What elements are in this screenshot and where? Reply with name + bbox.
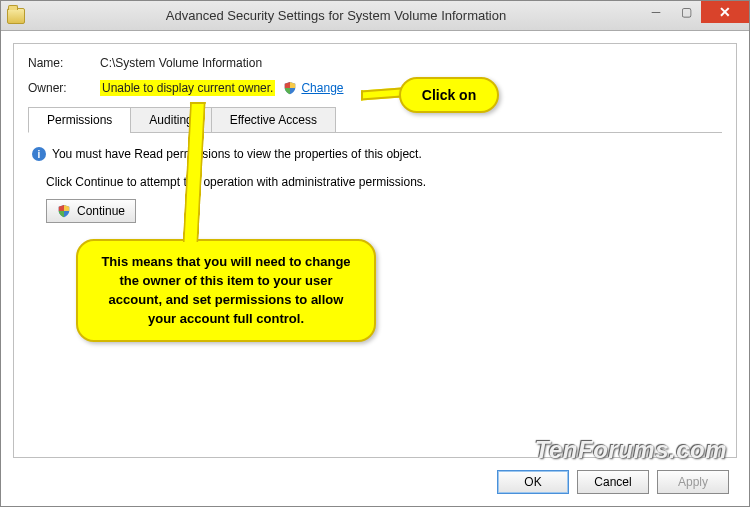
- change-owner-link[interactable]: Change: [283, 81, 343, 95]
- ok-button[interactable]: OK: [497, 470, 569, 494]
- shield-icon: [57, 204, 71, 218]
- titlebar: Advanced Security Settings for System Vo…: [1, 1, 749, 31]
- tab-permissions[interactable]: Permissions: [28, 107, 131, 133]
- change-link-text: Change: [301, 81, 343, 95]
- folder-icon: [7, 8, 25, 24]
- info-text: You must have Read permissions to view t…: [52, 147, 422, 161]
- window-controls: ─ ▢ ✕: [641, 1, 749, 23]
- cancel-button[interactable]: Cancel: [577, 470, 649, 494]
- info-icon: i: [32, 147, 46, 161]
- tabs: Permissions Auditing Effective Access: [28, 106, 722, 133]
- minimize-button[interactable]: ─: [641, 1, 671, 23]
- name-value: C:\System Volume Information: [100, 56, 262, 70]
- continue-button[interactable]: Continue: [46, 199, 136, 223]
- close-button[interactable]: ✕: [701, 1, 749, 23]
- apply-button: Apply: [657, 470, 729, 494]
- tab-effective-access[interactable]: Effective Access: [211, 107, 336, 133]
- info-line: i You must have Read permissions to view…: [32, 147, 718, 161]
- name-row: Name: C:\System Volume Information: [28, 56, 722, 70]
- annotation-callout-main: This means that you will need to change …: [76, 239, 376, 342]
- name-label: Name:: [28, 56, 100, 70]
- annotation-callout-clickon: Click on: [399, 77, 499, 113]
- owner-label: Owner:: [28, 81, 100, 95]
- shield-icon: [283, 81, 297, 95]
- dialog-buttons: OK Cancel Apply: [497, 470, 729, 494]
- continue-hint: Click Continue to attempt the operation …: [46, 175, 718, 189]
- maximize-button[interactable]: ▢: [671, 1, 701, 23]
- tab-body: i You must have Read permissions to view…: [28, 133, 722, 237]
- continue-button-label: Continue: [77, 204, 125, 218]
- owner-value: Unable to display current owner.: [100, 80, 275, 96]
